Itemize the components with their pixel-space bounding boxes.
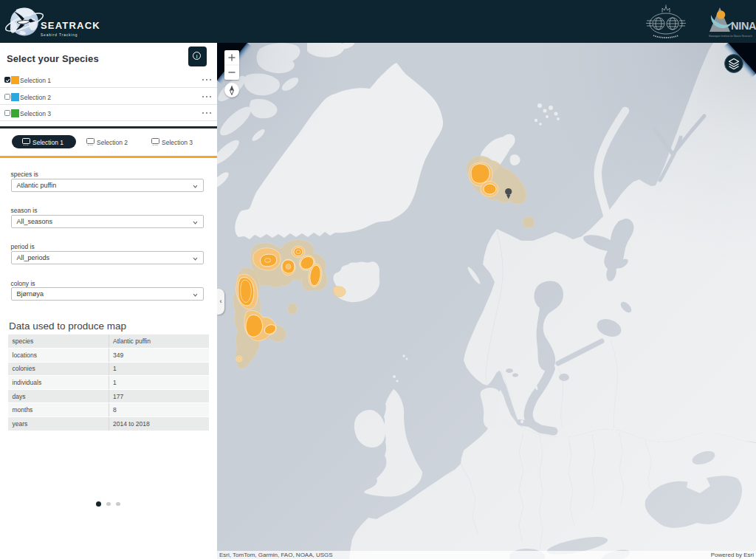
svg-text:NINA: NINA <box>731 20 756 32</box>
svg-text:Norwegian Institute for Nature: Norwegian Institute for Nature Research <box>709 35 752 38</box>
